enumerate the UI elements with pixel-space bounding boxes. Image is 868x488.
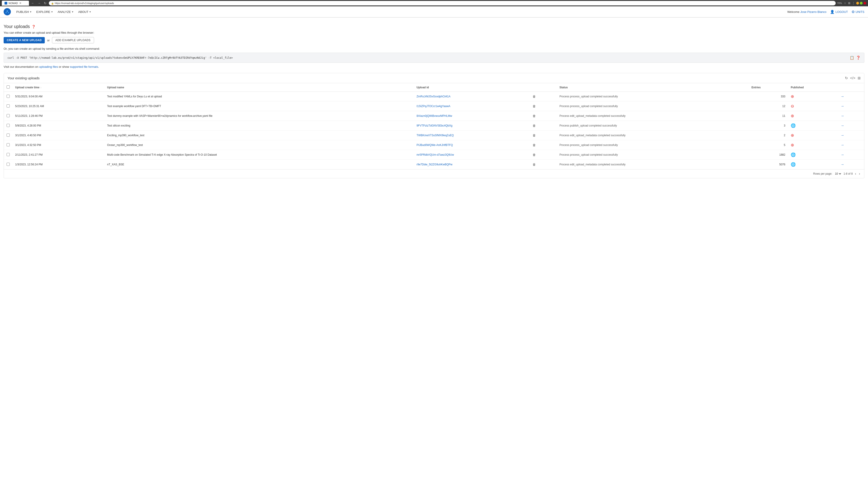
navigate-row-button[interactable]: → bbox=[840, 94, 845, 99]
row-upload-id: ZmRoJrMJSvGoxdphCii41A bbox=[414, 92, 529, 101]
row-entries: 5 bbox=[749, 140, 788, 150]
row-delete-cell: 🗑 bbox=[529, 160, 557, 169]
row-status: Process process_upload completed success… bbox=[557, 101, 749, 111]
code-view-button[interactable]: </> bbox=[850, 76, 855, 80]
back-button[interactable]: ← bbox=[30, 1, 35, 5]
publish-globe-icon[interactable]: 🌐 bbox=[791, 162, 796, 167]
rows-per-page-select[interactable]: 10 25 50 bbox=[834, 172, 842, 175]
next-page-button[interactable]: › bbox=[859, 171, 861, 176]
bookmark-icon[interactable]: ☆ bbox=[844, 2, 846, 5]
delete-row-button[interactable]: 🗑 bbox=[532, 104, 537, 108]
help-code-button[interactable]: ❓ bbox=[856, 56, 861, 60]
extension-icon[interactable]: ⊞ bbox=[848, 2, 850, 5]
publish-plus-icon[interactable]: ⊕ bbox=[791, 113, 794, 118]
row-checkbox[interactable] bbox=[6, 153, 10, 156]
row-status: Process process_upload completed success… bbox=[557, 140, 749, 150]
upload-id-link[interactable]: r9e7Ddw_5t2ZG9uhKwBQPw bbox=[416, 163, 453, 166]
address-bar[interactable]: 🔒 https://nomad-lab.eu/prod/v1/staging/g… bbox=[49, 1, 836, 5]
upload-id-link[interactable]: PIJBud0WQWe-AnKJHfBTFQ bbox=[416, 143, 453, 147]
reload-button[interactable]: ↻ bbox=[43, 1, 48, 5]
minimize-button[interactable] bbox=[856, 2, 859, 4]
row-name: Test modified YAMLs for Deyu Lu et al up… bbox=[104, 92, 414, 101]
upload-id-link[interactable]: TWBKmeXTSoSfMXl9eqZuEQ bbox=[416, 134, 454, 137]
upload-id-link[interactable]: I1SlZPqJTOCcr1w4gYaawA bbox=[416, 105, 451, 108]
row-name: nT_XAS_BSE bbox=[104, 160, 414, 169]
delete-row-button[interactable]: 🗑 bbox=[532, 123, 537, 128]
row-checkbox[interactable] bbox=[6, 133, 10, 137]
about-chevron-icon: ▼ bbox=[89, 11, 91, 13]
row-name: Multi-code Benchmark on Simulated Ti K-e… bbox=[104, 150, 414, 160]
row-navigate-cell: → bbox=[837, 150, 864, 160]
row-checkbox[interactable] bbox=[6, 114, 10, 117]
table-action-buttons: ↻ </> ⊞ bbox=[845, 76, 861, 80]
account-icon: 👤 bbox=[830, 10, 835, 14]
pagination-bar: Rows per page: 10 25 50 1-8 of 8 ‹ › bbox=[4, 169, 864, 178]
nav-about[interactable]: ABOUT ▼ bbox=[76, 9, 93, 14]
prev-page-button[interactable]: ‹ bbox=[855, 171, 857, 176]
navigate-row-button[interactable]: → bbox=[840, 133, 845, 138]
user-name-link[interactable]: Jose Pizarro Blanco bbox=[800, 10, 827, 13]
supported-formats-link[interactable]: supported file formats bbox=[70, 65, 98, 68]
delete-row-button[interactable]: 🗑 bbox=[532, 143, 537, 147]
maximize-button[interactable] bbox=[860, 2, 863, 4]
row-checkbox[interactable] bbox=[6, 163, 10, 166]
row-published: ⊕ bbox=[788, 131, 837, 140]
publish-plus-icon[interactable]: ⊕ bbox=[791, 143, 794, 147]
row-navigate-cell: → bbox=[837, 111, 864, 121]
navigate-row-button[interactable]: → bbox=[840, 104, 845, 109]
row-checkbox[interactable] bbox=[6, 143, 10, 147]
page-title: Your uploads bbox=[4, 24, 30, 29]
navigate-row-button[interactable]: → bbox=[840, 123, 845, 128]
row-delete-cell: 🗑 bbox=[529, 101, 557, 111]
delete-row-button[interactable]: 🗑 bbox=[532, 94, 537, 99]
publish-minus-icon[interactable]: ⊖ bbox=[791, 104, 794, 108]
row-name: Test silicon exciting bbox=[104, 121, 414, 131]
select-all-checkbox[interactable] bbox=[6, 86, 10, 89]
nav-publish[interactable]: PUBLISH ▼ bbox=[14, 9, 34, 14]
col-create-time[interactable]: Upload create time ↓ bbox=[12, 83, 104, 92]
uploading-files-link[interactable]: uploading files bbox=[39, 65, 58, 68]
upload-id-link[interactable]: 9FVTPztzTdGNVSEbc4QbXg bbox=[416, 124, 453, 127]
delete-row-button[interactable]: 🗑 bbox=[532, 162, 537, 167]
browser-tab[interactable]: NOMAD ✕ bbox=[2, 1, 29, 6]
row-checkbox-cell bbox=[4, 121, 12, 131]
create-upload-button[interactable]: CREATE A NEW UPLOAD bbox=[4, 37, 45, 43]
menu-icon[interactable]: ⋮ bbox=[852, 2, 855, 5]
delete-row-button[interactable]: 🗑 bbox=[532, 113, 537, 118]
upload-description: You can either create an upload and uplo… bbox=[4, 31, 864, 34]
publish-globe-icon[interactable]: 🌐 bbox=[791, 153, 796, 157]
copy-code-button[interactable]: 📋 bbox=[850, 56, 854, 60]
add-example-button[interactable]: ADD EXAMPLE UPLOADS bbox=[52, 37, 94, 43]
row-checkbox[interactable] bbox=[6, 104, 10, 107]
tab-close-icon[interactable]: ✕ bbox=[19, 2, 22, 5]
zoom-level: 78% bbox=[837, 2, 842, 4]
row-navigate-cell: → bbox=[837, 140, 864, 150]
upload-id-link[interactable]: 8AIazn0jQWiBvwuvMPHLMw bbox=[416, 114, 452, 118]
units-button[interactable]: ⚙ UNITS bbox=[851, 10, 864, 14]
close-button[interactable] bbox=[864, 2, 866, 4]
navigate-row-button[interactable]: → bbox=[840, 142, 845, 148]
navigate-row-button[interactable]: → bbox=[840, 162, 845, 167]
navigate-row-button[interactable]: → bbox=[840, 152, 845, 157]
nav-explore[interactable]: EXPLORE ▼ bbox=[35, 9, 55, 14]
row-delete-cell: 🗑 bbox=[529, 111, 557, 121]
row-checkbox[interactable] bbox=[6, 95, 10, 98]
navigate-row-button[interactable]: → bbox=[840, 113, 845, 119]
publish-globe-icon[interactable]: 🌐 bbox=[791, 123, 796, 128]
row-checkbox[interactable] bbox=[6, 124, 10, 127]
delete-row-button[interactable]: 🗑 bbox=[532, 153, 537, 157]
upload-id-link[interactable]: mr5PRdbVQUm-d7awz3Q9Uw bbox=[416, 153, 454, 156]
publish-plus-icon[interactable]: ⊕ bbox=[791, 133, 794, 138]
logout-button[interactable]: 👤 LOGOUT bbox=[830, 10, 848, 14]
forward-button[interactable]: → bbox=[37, 1, 41, 5]
row-date: 1/3/2023, 12:56:24 PM bbox=[12, 160, 104, 169]
upload-id-link[interactable]: ZmRoJrMJSvGoxdphCii41A bbox=[416, 95, 451, 98]
publish-chevron-icon: ▼ bbox=[30, 11, 32, 13]
columns-button[interactable]: ⊞ bbox=[858, 76, 861, 80]
delete-row-button[interactable]: 🗑 bbox=[532, 133, 537, 138]
publish-plus-icon[interactable]: ⊕ bbox=[791, 94, 794, 99]
help-icon[interactable]: ❓ bbox=[32, 25, 35, 29]
refresh-button[interactable]: ↻ bbox=[845, 76, 848, 80]
window-controls bbox=[856, 2, 866, 4]
nav-analyze[interactable]: ANALYZE ▼ bbox=[56, 9, 75, 14]
